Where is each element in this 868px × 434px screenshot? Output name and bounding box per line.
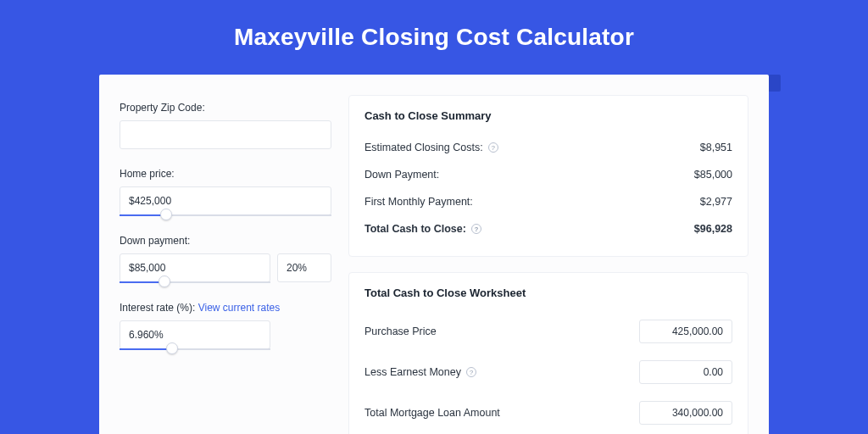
summary-title: Cash to Close Summary: [364, 109, 732, 122]
worksheet-row: Total Mortgage Loan Amount: [364, 392, 732, 433]
help-icon[interactable]: ?: [488, 142, 498, 153]
home-price-slider[interactable]: [120, 214, 331, 216]
calculator-stage: Property Zip Code: Home price: Down paym…: [99, 75, 769, 434]
down-payment-group: Down payment:: [120, 235, 331, 283]
worksheet-row-label: Less Earnest Money?: [364, 366, 476, 378]
interest-label: Interest rate (%): View current rates: [120, 302, 331, 314]
interest-input[interactable]: [120, 320, 270, 349]
summary-lines: Estimated Closing Costs:?$8,951Down Paym…: [364, 134, 732, 242]
down-payment-pct-input[interactable]: [277, 253, 331, 282]
home-price-slider-thumb[interactable]: [160, 209, 172, 220]
down-payment-slider-thumb[interactable]: [159, 275, 170, 287]
interest-label-text: Interest rate (%):: [120, 302, 198, 314]
interest-slider-fill: [120, 348, 172, 350]
worksheet-label-text: Purchase Price: [364, 326, 437, 337]
view-rates-link[interactable]: View current rates: [198, 302, 281, 314]
worksheet-title: Total Cash to Close Worksheet: [364, 287, 732, 299]
summary-label-text: First Monthly Payment:: [364, 196, 473, 208]
summary-label-text: Down Payment:: [364, 169, 439, 181]
summary-line-label: Down Payment:: [364, 169, 439, 181]
interest-slider[interactable]: [120, 348, 270, 350]
down-payment-slider-wrap: [120, 253, 331, 283]
down-payment-slider-fill: [120, 281, 164, 283]
zip-input[interactable]: [120, 120, 331, 149]
worksheet-value-input[interactable]: [639, 360, 732, 384]
home-price-slider-fill: [120, 214, 166, 216]
inputs-column: Property Zip Code: Home price: Down paym…: [120, 95, 331, 434]
home-price-label: Home price:: [120, 168, 331, 180]
worksheet-label-text: Total Mortgage Loan Amount: [364, 407, 500, 419]
summary-line-label: Total Cash to Close:?: [364, 223, 481, 235]
summary-line-value: $96,928: [694, 223, 732, 235]
calculator-card: Property Zip Code: Home price: Down paym…: [99, 75, 769, 434]
summary-line-label: Estimated Closing Costs:?: [364, 142, 498, 153]
home-price-group: Home price:: [120, 168, 331, 216]
worksheet-row: Less Earnest Money?: [364, 352, 732, 392]
down-payment-slider[interactable]: [120, 281, 270, 283]
worksheet-value-input[interactable]: [639, 320, 732, 343]
worksheet-row-label: Purchase Price: [364, 326, 437, 337]
worksheet-value-input[interactable]: [639, 401, 732, 425]
page-title: Maxeyville Closing Cost Calculator: [0, 0, 868, 66]
interest-slider-wrap: [120, 320, 270, 350]
down-payment-row: [120, 253, 331, 282]
down-payment-input[interactable]: [120, 253, 270, 282]
summary-line-value: $85,000: [694, 169, 732, 181]
summary-label-text: Estimated Closing Costs:: [364, 142, 483, 153]
summary-panel: Cash to Close Summary Estimated Closing …: [348, 95, 748, 257]
help-icon[interactable]: ?: [471, 224, 481, 234]
summary-line: Down Payment:$85,000: [364, 161, 732, 188]
worksheet-panel: Total Cash to Close Worksheet Purchase P…: [348, 272, 748, 434]
worksheet-label-text: Less Earnest Money: [364, 366, 461, 378]
down-payment-label: Down payment:: [120, 235, 331, 247]
zip-group: Property Zip Code:: [120, 102, 331, 149]
results-column: Cash to Close Summary Estimated Closing …: [348, 95, 748, 434]
home-price-slider-wrap: [120, 186, 331, 216]
help-icon[interactable]: ?: [466, 367, 476, 377]
summary-line: Estimated Closing Costs:?$8,951: [364, 134, 732, 161]
summary-line-value: $2,977: [700, 196, 732, 208]
interest-slider-thumb[interactable]: [166, 342, 178, 354]
summary-line-label: First Monthly Payment:: [364, 196, 473, 208]
interest-group: Interest rate (%): View current rates: [120, 302, 331, 350]
home-price-input[interactable]: [120, 186, 331, 215]
summary-line-value: $8,951: [700, 142, 732, 153]
zip-label: Property Zip Code:: [120, 102, 331, 114]
summary-line: First Monthly Payment:$2,977: [364, 188, 732, 215]
worksheet-row-label: Total Mortgage Loan Amount: [364, 407, 500, 419]
worksheet-row: Purchase Price: [364, 311, 732, 352]
worksheet-rows: Purchase PriceLess Earnest Money?Total M…: [364, 311, 732, 434]
summary-label-text: Total Cash to Close:: [364, 223, 466, 235]
summary-line: Total Cash to Close:?$96,928: [364, 215, 732, 242]
